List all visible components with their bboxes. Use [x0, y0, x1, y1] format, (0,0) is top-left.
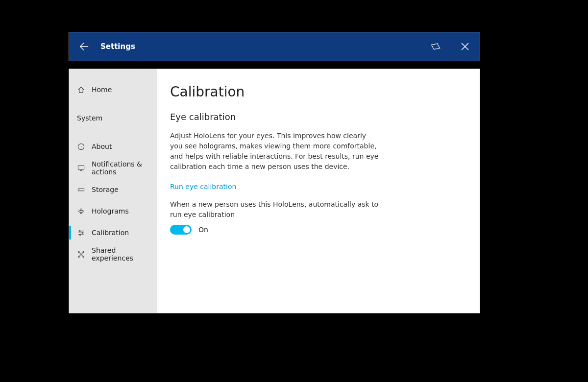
storage-icon: [77, 186, 85, 193]
back-button[interactable]: [69, 32, 98, 61]
svg-point-10: [82, 251, 83, 252]
calibration-icon: [77, 229, 85, 237]
info-icon: [77, 143, 85, 150]
sidebar-item-label: About: [92, 143, 112, 150]
svg-point-8: [79, 234, 81, 235]
toggle-state-label: On: [198, 226, 208, 234]
svg-point-7: [82, 232, 83, 234]
shared-experiences-icon: [77, 250, 85, 258]
settings-window: Home System About Notifications & action…: [69, 69, 480, 313]
svg-point-11: [78, 256, 79, 257]
arrow-left-icon: [78, 41, 89, 52]
sidebar-item-shared-experiences[interactable]: Shared experiences: [69, 243, 157, 265]
sidebar-item-calibration[interactable]: Calibration: [69, 222, 157, 243]
svg-rect-1: [78, 166, 84, 169]
sidebar-item-home[interactable]: Home: [69, 79, 157, 100]
run-eye-calibration-link[interactable]: Run eye calibration: [170, 183, 236, 191]
sidebar-item-label: Notifications & actions: [92, 160, 157, 176]
sidebar-item-label: Storage: [92, 186, 119, 193]
content-pane: Calibration Eye calibration Adjust HoloL…: [157, 69, 480, 313]
titlebar: Settings: [69, 32, 480, 61]
close-button[interactable]: [450, 32, 480, 61]
section-description: Adjust HoloLens for your eyes. This impr…: [170, 131, 381, 172]
sidebar-group-label: System: [77, 114, 102, 122]
svg-point-5: [80, 208, 82, 214]
svg-point-9: [78, 251, 79, 252]
svg-point-6: [79, 230, 80, 232]
follow-me-icon: [430, 42, 441, 51]
auto-calibration-toggle[interactable]: [170, 225, 192, 235]
sidebar-item-storage[interactable]: Storage: [69, 179, 157, 200]
toggle-knob: [183, 226, 190, 233]
sidebar-item-label: Home: [92, 86, 112, 94]
sidebar-item-label: Shared experiences: [92, 246, 157, 262]
svg-point-3: [79, 189, 79, 190]
holograms-icon: [77, 207, 85, 215]
sidebar: Home System About Notifications & action…: [69, 69, 157, 313]
section-heading: Eye calibration: [170, 112, 467, 122]
sidebar-item-label: Holograms: [92, 207, 129, 215]
sidebar-item-about[interactable]: About: [69, 136, 157, 157]
app-title: Settings: [100, 42, 135, 51]
page-heading: Calibration: [170, 84, 467, 100]
sidebar-item-notifications[interactable]: Notifications & actions: [69, 157, 157, 179]
toggle-description: When a new person uses this HoloLens, au…: [170, 199, 381, 220]
close-icon: [461, 42, 469, 51]
follow-me-button[interactable]: [421, 32, 450, 61]
sidebar-group-system: System: [69, 107, 157, 129]
sidebar-item-holograms[interactable]: Holograms: [69, 200, 157, 222]
comment-icon: [77, 164, 85, 172]
sidebar-item-label: Calibration: [92, 229, 129, 237]
home-icon: [77, 86, 85, 94]
svg-point-4: [78, 210, 83, 212]
toggle-row: On: [170, 225, 467, 235]
svg-point-12: [82, 256, 83, 257]
